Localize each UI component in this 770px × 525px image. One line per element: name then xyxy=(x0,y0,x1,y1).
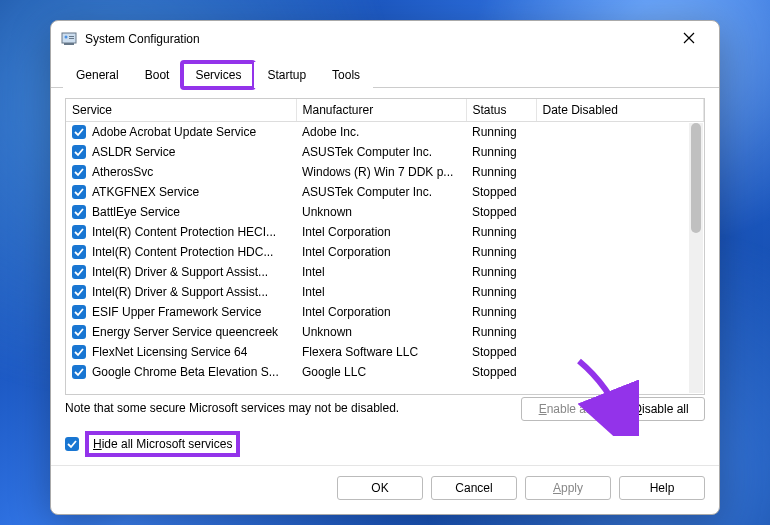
service-status: Running xyxy=(466,242,536,262)
apply-button[interactable]: Apply xyxy=(525,476,611,500)
check-icon xyxy=(74,267,84,277)
service-manufacturer: Intel xyxy=(296,282,466,302)
service-checkbox[interactable] xyxy=(72,345,86,359)
table-row[interactable]: BattlEye ServiceUnknownStopped xyxy=(66,202,704,222)
service-checkbox[interactable] xyxy=(72,325,86,339)
tab-boot[interactable]: Boot xyxy=(132,62,183,88)
service-name: AtherosSvc xyxy=(92,165,153,179)
service-date-disabled xyxy=(536,262,704,282)
enable-all-button[interactable]: Enable all xyxy=(521,397,609,421)
check-icon xyxy=(74,227,84,237)
service-manufacturer: ASUSTek Computer Inc. xyxy=(296,142,466,162)
table-row[interactable]: Intel(R) Driver & Support Assist...Intel… xyxy=(66,282,704,302)
service-name: Energy Server Service queencreek xyxy=(92,325,278,339)
service-checkbox[interactable] xyxy=(72,125,86,139)
service-checkbox[interactable] xyxy=(72,265,86,279)
dialog-footer: OK Cancel Apply Help xyxy=(51,465,719,514)
titlebar: System Configuration xyxy=(51,21,719,57)
service-name: ATKGFNEX Service xyxy=(92,185,199,199)
service-date-disabled xyxy=(536,342,704,362)
service-status: Running xyxy=(466,282,536,302)
service-manufacturer: Unknown xyxy=(296,202,466,222)
service-name: FlexNet Licensing Service 64 xyxy=(92,345,247,359)
service-date-disabled xyxy=(536,182,704,202)
service-status: Running xyxy=(466,122,536,143)
service-checkbox[interactable] xyxy=(72,285,86,299)
svg-rect-3 xyxy=(69,36,74,37)
table-row[interactable]: ESIF Upper Framework ServiceIntel Corpor… xyxy=(66,302,704,322)
service-checkbox[interactable] xyxy=(72,165,86,179)
service-status: Running xyxy=(466,222,536,242)
hide-microsoft-row: Hide all Microsoft services xyxy=(65,431,705,457)
service-date-disabled xyxy=(536,122,704,143)
service-manufacturer: Windows (R) Win 7 DDK p... xyxy=(296,162,466,182)
table-row[interactable]: ASLDR ServiceASUSTek Computer Inc.Runnin… xyxy=(66,142,704,162)
help-button[interactable]: Help xyxy=(619,476,705,500)
check-icon xyxy=(74,167,84,177)
table-row[interactable]: Adobe Acrobat Update ServiceAdobe Inc.Ru… xyxy=(66,122,704,143)
tab-services[interactable]: Services xyxy=(182,62,254,88)
table-row[interactable]: AtherosSvcWindows (R) Win 7 DDK p...Runn… xyxy=(66,162,704,182)
table-row[interactable]: ATKGFNEX ServiceASUSTek Computer Inc.Sto… xyxy=(66,182,704,202)
check-icon xyxy=(74,287,84,297)
hide-microsoft-checkbox[interactable] xyxy=(65,437,79,451)
service-checkbox[interactable] xyxy=(72,205,86,219)
hide-microsoft-label[interactable]: Hide all Microsoft services xyxy=(85,431,240,457)
disable-all-button[interactable]: Disable all xyxy=(617,397,705,421)
service-checkbox[interactable] xyxy=(72,185,86,199)
service-name: Intel(R) Driver & Support Assist... xyxy=(92,285,268,299)
service-checkbox[interactable] xyxy=(72,225,86,239)
tab-content: Service Manufacturer Status Date Disable… xyxy=(51,88,719,465)
table-row[interactable]: Google Chrome Beta Elevation S...Google … xyxy=(66,362,704,382)
ok-button[interactable]: OK xyxy=(337,476,423,500)
check-icon xyxy=(74,187,84,197)
service-manufacturer: Intel Corporation xyxy=(296,242,466,262)
service-manufacturer: Intel Corporation xyxy=(296,222,466,242)
service-name: Intel(R) Content Protection HECI... xyxy=(92,225,276,239)
table-row[interactable]: Energy Server Service queencreekUnknownR… xyxy=(66,322,704,342)
service-date-disabled xyxy=(536,302,704,322)
cancel-button[interactable]: Cancel xyxy=(431,476,517,500)
table-row[interactable]: FlexNet Licensing Service 64Flexera Soft… xyxy=(66,342,704,362)
tab-general[interactable]: General xyxy=(63,62,132,88)
app-icon xyxy=(61,31,77,47)
service-name: BattlEye Service xyxy=(92,205,180,219)
service-date-disabled xyxy=(536,142,704,162)
service-name: Adobe Acrobat Update Service xyxy=(92,125,256,139)
service-status: Running xyxy=(466,302,536,322)
service-date-disabled xyxy=(536,322,704,342)
service-name: Google Chrome Beta Elevation S... xyxy=(92,365,279,379)
service-checkbox[interactable] xyxy=(72,245,86,259)
table-row[interactable]: Intel(R) Content Protection HECI...Intel… xyxy=(66,222,704,242)
service-name: Intel(R) Driver & Support Assist... xyxy=(92,265,268,279)
svg-rect-4 xyxy=(69,38,74,39)
check-icon xyxy=(74,147,84,157)
check-icon xyxy=(74,207,84,217)
check-icon xyxy=(74,247,84,257)
close-button[interactable] xyxy=(669,32,709,47)
service-status: Stopped xyxy=(466,362,536,382)
col-header-date-disabled[interactable]: Date Disabled xyxy=(536,99,704,122)
service-status: Running xyxy=(466,142,536,162)
table-row[interactable]: Intel(R) Driver & Support Assist...Intel… xyxy=(66,262,704,282)
service-manufacturer: ASUSTek Computer Inc. xyxy=(296,182,466,202)
tab-tools[interactable]: Tools xyxy=(319,62,373,88)
window-title: System Configuration xyxy=(85,32,200,46)
service-checkbox[interactable] xyxy=(72,305,86,319)
service-checkbox[interactable] xyxy=(72,365,86,379)
scrollbar-thumb[interactable] xyxy=(691,123,701,233)
table-row[interactable]: Intel(R) Content Protection HDC...Intel … xyxy=(66,242,704,262)
service-name: ASLDR Service xyxy=(92,145,175,159)
check-icon xyxy=(74,327,84,337)
service-manufacturer: Intel Corporation xyxy=(296,302,466,322)
tab-startup[interactable]: Startup xyxy=(254,62,319,88)
service-manufacturer: Google LLC xyxy=(296,362,466,382)
service-manufacturer: Flexera Software LLC xyxy=(296,342,466,362)
col-header-manufacturer[interactable]: Manufacturer xyxy=(296,99,466,122)
col-header-status[interactable]: Status xyxy=(466,99,536,122)
service-checkbox[interactable] xyxy=(72,145,86,159)
check-icon xyxy=(67,439,77,449)
col-header-service[interactable]: Service xyxy=(66,99,296,122)
vertical-scrollbar[interactable] xyxy=(689,123,703,393)
service-status: Stopped xyxy=(466,182,536,202)
